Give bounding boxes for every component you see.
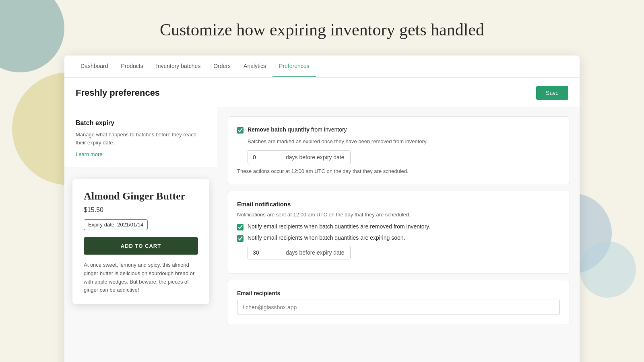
- batch-expiry-sub-desc: Batches are marked as expired once they …: [248, 138, 560, 146]
- add-to-cart-button[interactable]: ADD TO CART: [84, 237, 198, 255]
- product-price: $15.50: [84, 206, 198, 214]
- app-window: Dashboard Products Inventory batches Ord…: [64, 56, 580, 362]
- email-recipients-input[interactable]: [237, 300, 560, 315]
- page-header: Freshly preferences Save: [64, 78, 580, 107]
- expiry-badge: Expiry date: 2021/01/14: [84, 219, 148, 230]
- product-description: At once sweet, lemony and spicy, this al…: [84, 261, 198, 294]
- notify1-checkbox[interactable]: [237, 224, 244, 230]
- email-days-input[interactable]: [248, 246, 280, 259]
- notify1-label: Notify email recipients when batch quant…: [248, 223, 430, 230]
- batch-days-label: days before expiry date: [280, 150, 351, 164]
- nav-bar: Dashboard Products Inventory batches Ord…: [64, 56, 580, 78]
- learn-more-link[interactable]: Learn more: [76, 151, 102, 157]
- batch-days-row: days before expiry date: [248, 150, 560, 164]
- notify2-checkbox[interactable]: [237, 235, 244, 242]
- content-area: Batch expiry Manage what happens to batc…: [64, 107, 580, 362]
- remove-batch-checkbox-row: Remove batch quantity from inventory: [237, 126, 560, 134]
- notify2-label: Notify email recipients when batch quant…: [248, 234, 405, 241]
- notify2-checkbox-row: Notify email recipients when batch quant…: [237, 234, 560, 242]
- email-days-label: days before expiry date: [280, 246, 351, 259]
- email-recipients-label: Email recipients: [237, 290, 560, 296]
- remove-batch-checkbox[interactable]: [237, 127, 244, 134]
- remove-batch-label-rest: from inventory: [310, 126, 347, 133]
- product-name: Almond Ginger Butter: [84, 190, 198, 202]
- save-button[interactable]: Save: [536, 86, 568, 100]
- remove-batch-label: Remove batch quantity from inventory: [248, 126, 347, 133]
- email-notifications-title: Email notifications: [237, 201, 560, 208]
- bg-decoration-blue2: [580, 241, 636, 298]
- tab-orders[interactable]: Orders: [207, 56, 237, 77]
- section-info: Batch expiry Manage what happens to batc…: [64, 107, 217, 167]
- email-days-row: days before expiry date: [248, 246, 560, 259]
- remove-batch-label-bold: Remove batch quantity: [248, 126, 310, 133]
- right-panel: Remove batch quantity from inventory Bat…: [217, 107, 580, 362]
- email-notifications-sub-desc: Notifications are sent at 12:00 am UTC o…: [237, 211, 560, 219]
- batch-action-note: These actions occur at 12:00 am UTC on t…: [237, 168, 560, 174]
- left-panel: Batch expiry Manage what happens to batc…: [64, 107, 217, 362]
- tab-inventory-batches[interactable]: Inventory batches: [150, 56, 207, 77]
- page-heading: Customize how expiring inventory gets ha…: [0, 0, 644, 56]
- batch-expiry-card: Remove batch quantity from inventory Bat…: [227, 116, 570, 184]
- section-desc: Manage what happens to batches before th…: [76, 131, 206, 146]
- tab-analytics[interactable]: Analytics: [237, 56, 272, 77]
- page-title: Freshly preferences: [76, 88, 160, 98]
- product-card: Almond Ginger Butter $15.50 Expiry date:…: [72, 179, 209, 304]
- section-title: Batch expiry: [76, 119, 206, 127]
- tab-preferences[interactable]: Preferences: [272, 56, 316, 77]
- batch-days-input[interactable]: [248, 150, 280, 164]
- tab-products[interactable]: Products: [115, 56, 150, 77]
- tab-dashboard[interactable]: Dashboard: [74, 56, 115, 77]
- notify1-checkbox-row: Notify email recipients when batch quant…: [237, 223, 560, 230]
- email-recipients-card: Email recipients: [227, 280, 570, 325]
- email-notifications-card: Email notifications Notifications are se…: [227, 191, 570, 274]
